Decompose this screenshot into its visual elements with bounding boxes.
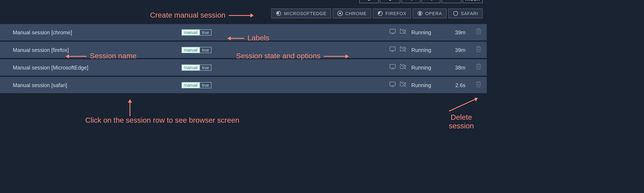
create-safari-button[interactable]: SAFARI — [448, 8, 482, 18]
session-time: 39m — [445, 29, 466, 35]
screen-icon[interactable] — [389, 63, 396, 71]
screen-icon[interactable] — [389, 81, 396, 89]
session-status: Running — [411, 64, 440, 70]
session-status: Running — [411, 29, 440, 35]
create-chrome-button[interactable]: CHROME — [333, 8, 371, 18]
chrome-icon — [337, 10, 343, 16]
session-time: 38m — [445, 64, 466, 70]
status-box-limit: LIMIT4 — [422, 0, 441, 3]
session-row[interactable]: SE 478c63e7aa3d CHROME106.0.5249.119-2 M… — [0, 24, 487, 40]
svg-marker-32 — [474, 98, 478, 102]
session-time: 39m — [445, 47, 466, 53]
screen-icon[interactable] — [389, 28, 396, 36]
svg-rect-27 — [390, 82, 395, 86]
session-labels: manualtrue — [182, 47, 222, 53]
status-box-pending: PENDING0 — [380, 0, 400, 3]
status-box-license: LICENSE∞ — [442, 0, 461, 3]
screen-icon[interactable] — [389, 46, 396, 54]
opera-icon — [417, 10, 422, 16]
session-status: Running — [411, 82, 440, 88]
session-row[interactable]: SE 4dc253539ffb SAFARI15.0-0 Manual sess… — [0, 77, 487, 93]
delete-session-button[interactable] — [475, 81, 482, 89]
app-header: Moon UI2.3.7 QUEUED0PENDING0USED4LIMIT4L… — [0, 0, 487, 6]
session-name: Manual session [MicrosoftEdge] — [13, 64, 177, 70]
create-session-buttons: MICROSOFTEDGECHROMEFIREFOXOPERASAFARI — [271, 8, 482, 18]
delete-session-button[interactable] — [475, 28, 482, 36]
session-row[interactable]: SE 53c959a2b13f MICROSOFTEDGE106.0.1370.… — [0, 59, 487, 76]
video-off-icon[interactable] — [400, 46, 406, 54]
create-firefox-button[interactable]: FIREFOX — [373, 8, 411, 18]
svg-rect-24 — [390, 64, 395, 68]
session-name: Manual session [firefox] — [13, 47, 177, 53]
session-labels: manualtrue — [182, 82, 222, 88]
session-name: Manual session [chrome] — [13, 29, 177, 35]
delete-session-button[interactable] — [475, 63, 482, 71]
video-off-icon[interactable] — [400, 81, 406, 89]
session-time: 2.6s — [445, 82, 466, 88]
create-opera-button[interactable]: OPERA — [412, 8, 446, 18]
video-off-icon[interactable] — [400, 28, 406, 36]
firefox-icon — [377, 10, 383, 16]
video-off-icon[interactable] — [400, 63, 406, 71]
delete-session-button[interactable] — [475, 46, 482, 54]
toolbar: BY ID ... × MICROSOFTEDGECHROMEFIREFOXOP… — [0, 6, 487, 21]
svg-point-14 — [419, 12, 421, 15]
session-name: Manual session [safari] — [13, 82, 177, 88]
svg-rect-21 — [390, 47, 395, 51]
safari-icon — [452, 10, 458, 16]
session-list: SE 478c63e7aa3d CHROME106.0.5249.119-2 M… — [0, 24, 487, 93]
annotation-delete: Delete session — [441, 113, 482, 130]
create-edge-button[interactable]: MICROSOFTEDGE — [271, 8, 331, 18]
svg-point-11 — [339, 12, 341, 14]
session-labels: manualtrue — [182, 64, 222, 70]
session-labels: manualtrue — [182, 29, 222, 35]
svg-line-31 — [449, 98, 478, 111]
session-row[interactable]: SE 7cea60ec5127 FIREFOX106.0.0-2 Manual … — [0, 42, 487, 58]
status-box-quota: QUOTAmoon — [462, 0, 482, 3]
edge-icon — [276, 10, 282, 16]
annotation-row-hint: Click on the session row to see browser … — [48, 116, 277, 125]
status-box-queued: QUEUED0 — [359, 0, 378, 3]
status-indicators: QUEUED0PENDING0USED4LIMIT4LICENSE∞QUOTAm… — [359, 0, 482, 3]
status-box-used: USED4 — [402, 0, 420, 3]
svg-point-15 — [454, 11, 458, 16]
svg-rect-18 — [390, 29, 395, 33]
session-status: Running — [411, 47, 440, 53]
